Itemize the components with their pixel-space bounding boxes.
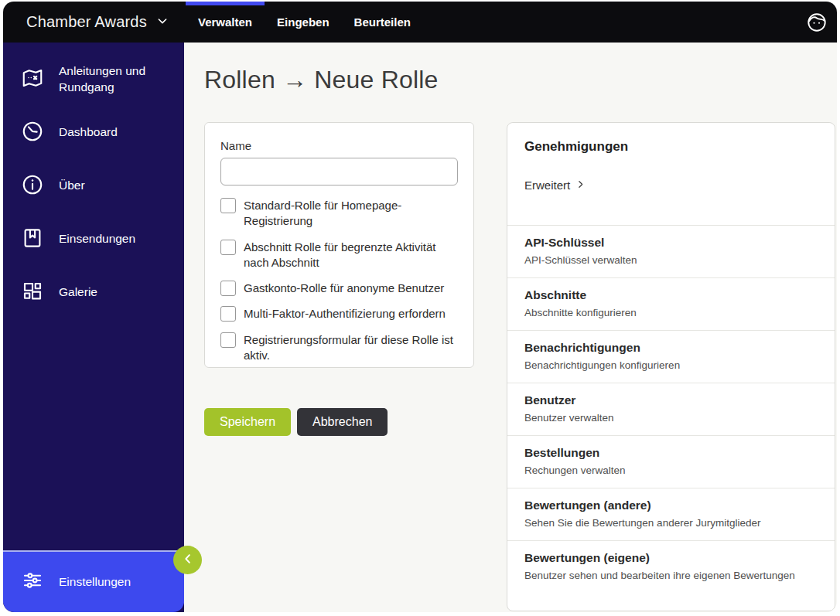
permission-item-benachrichtigungen[interactable]: Benachrichtigungen Benachrichtigungen ko… — [507, 331, 835, 383]
bookmark-icon — [21, 226, 44, 253]
cancel-button[interactable]: Abbrechen — [297, 408, 388, 436]
registrierungsformular-checkbox[interactable] — [220, 332, 236, 348]
checkbox-row-abschnitt-rolle[interactable]: Abschnitt Rolle für begrenzte Aktivität … — [220, 240, 458, 271]
primary-tabs: Verwalten Eingeben Beurteilen — [186, 2, 423, 43]
abschnitt-rolle-checkbox[interactable] — [220, 240, 236, 255]
form-actions: Speichern Abbrechen — [204, 408, 388, 436]
sidebar-item-label: Über — [59, 178, 85, 193]
sidebar-nav: Anleitungen und Rundgang Dashboard — [3, 43, 184, 319]
permission-item-bewertungen-eigene[interactable]: Bewertungen (eigene) Benutzer sehen und … — [507, 541, 835, 593]
checkbox-label: Standard-Rolle für Homepage-Registrierun… — [244, 198, 458, 230]
mfa-checkbox[interactable] — [220, 306, 236, 322]
role-options: Standard-Rolle für Homepage-Registrierun… — [220, 198, 458, 363]
chevron-right-icon — [575, 179, 586, 192]
sidebar-item-anleitungen[interactable]: Anleitungen und Rundgang — [3, 53, 184, 106]
top-navigation-bar: Chamber Awards Verwalten Eingeben Beurte… — [3, 2, 837, 43]
checkbox-row-standard-rolle[interactable]: Standard-Rolle für Homepage-Registrierun… — [220, 198, 458, 230]
permission-title: Benutzer — [524, 393, 818, 407]
grid-icon — [21, 280, 44, 306]
sidebar-item-label: Galerie — [59, 284, 97, 300]
sidebar-item-label: Einstellungen — [59, 574, 131, 590]
sliders-icon — [21, 569, 44, 595]
sidebar: Anleitungen und Rundgang Dashboard — [3, 43, 184, 612]
advanced-link[interactable]: Erweitert — [524, 179, 586, 225]
checkbox-row-registrierungsformular[interactable]: Registrierungsformular für diese Rolle i… — [220, 332, 458, 364]
permissions-header: Genehmigungen Erweitert — [507, 123, 835, 226]
chevron-left-icon — [181, 552, 195, 568]
sidebar-item-label: Dashboard — [59, 124, 118, 140]
app-window: Chamber Awards Verwalten Eingeben Beurte… — [3, 2, 837, 612]
clock-icon — [21, 120, 44, 146]
checkbox-row-mfa[interactable]: Multi-Faktor-Authentifizierung erfordern — [220, 306, 458, 322]
name-label: Name — [220, 139, 458, 152]
permission-item-bestellungen[interactable]: Bestellungen Rechungen verwalten — [507, 436, 835, 488]
permission-title: Abschnitte — [524, 288, 818, 302]
checkbox-label: Gastkonto-Rolle für anonyme Benutzer — [244, 281, 444, 296]
save-button[interactable]: Speichern — [204, 408, 291, 436]
role-form-card: Name Standard-Rolle für Homepage-Registr… — [204, 122, 474, 368]
chevron-down-icon — [156, 15, 169, 30]
tab-beurteilen[interactable]: Beurteilen — [342, 2, 423, 43]
permission-subtitle: Sehen Sie die Bewertungen anderer Jurymi… — [524, 517, 818, 529]
permission-title: Benachrichtigungen — [524, 341, 818, 355]
brand-menu[interactable]: Chamber Awards — [26, 2, 169, 43]
permission-item-bewertungen-andere[interactable]: Bewertungen (andere) Sehen Sie die Bewer… — [507, 488, 835, 541]
permissions-card: Genehmigungen Erweitert API-Schlüssel AP… — [507, 122, 835, 611]
main-content: Rollen → Neue Rolle Name Standard-Rolle … — [184, 43, 837, 612]
checkbox-label: Abschnitt Rolle für begrenzte Aktivität … — [244, 240, 458, 271]
permission-subtitle: Rechungen verwalten — [524, 465, 818, 476]
sidebar-item-label: Anleitungen und Rundgang — [59, 63, 173, 94]
permission-title: API-Schlüssel — [524, 236, 818, 250]
permission-item-api-schluessel[interactable]: API-Schlüssel API-Schlüssel verwalten — [507, 226, 835, 278]
standard-rolle-checkbox[interactable] — [220, 198, 236, 213]
checkbox-row-gastkonto-rolle[interactable]: Gastkonto-Rolle für anonyme Benutzer — [220, 281, 458, 296]
sidebar-item-galerie[interactable]: Galerie — [3, 266, 184, 319]
map-icon — [21, 66, 44, 93]
page-title: Rollen → Neue Rolle — [204, 66, 439, 94]
permission-title: Bewertungen (eigene) — [524, 551, 818, 565]
sidebar-item-einsendungen[interactable]: Einsendungen — [3, 213, 184, 266]
permission-subtitle: Benachrichtigungen konfigurieren — [524, 359, 818, 371]
sidebar-collapse-button[interactable] — [173, 546, 202, 574]
permission-title: Bestellungen — [524, 446, 818, 460]
checkbox-label: Registrierungsformular für diese Rolle i… — [244, 332, 458, 364]
permission-subtitle: Benutzer verwalten — [524, 412, 818, 424]
permission-subtitle: Benutzer sehen und bearbeiten ihre eigen… — [524, 570, 818, 581]
user-avatar-icon[interactable] — [806, 12, 828, 33]
tab-eingeben[interactable]: Eingeben — [265, 2, 342, 43]
info-icon — [21, 173, 44, 199]
advanced-link-label: Erweitert — [524, 179, 570, 192]
name-input[interactable] — [220, 158, 458, 185]
permission-item-abschnitte[interactable]: Abschnitte Abschnitte konfigurieren — [507, 278, 835, 331]
sidebar-item-ueber[interactable]: Über — [3, 159, 184, 213]
permission-item-benutzer[interactable]: Benutzer Benutzer verwalten — [507, 383, 835, 436]
sidebar-item-einstellungen[interactable]: Einstellungen — [3, 552, 184, 612]
sidebar-item-dashboard[interactable]: Dashboard — [3, 106, 184, 159]
sidebar-item-label: Einsendungen — [59, 231, 135, 247]
permission-title: Bewertungen (andere) — [524, 499, 818, 512]
tab-verwalten[interactable]: Verwalten — [186, 2, 265, 43]
gastkonto-rolle-checkbox[interactable] — [220, 281, 236, 296]
permission-subtitle: API-Schlüssel verwalten — [524, 254, 818, 266]
brand-title: Chamber Awards — [26, 13, 147, 31]
permission-subtitle: Abschnitte konfigurieren — [524, 307, 818, 318]
permissions-title: Genehmigungen — [524, 139, 818, 155]
checkbox-label: Multi-Faktor-Authentifizierung erfordern — [244, 306, 446, 322]
